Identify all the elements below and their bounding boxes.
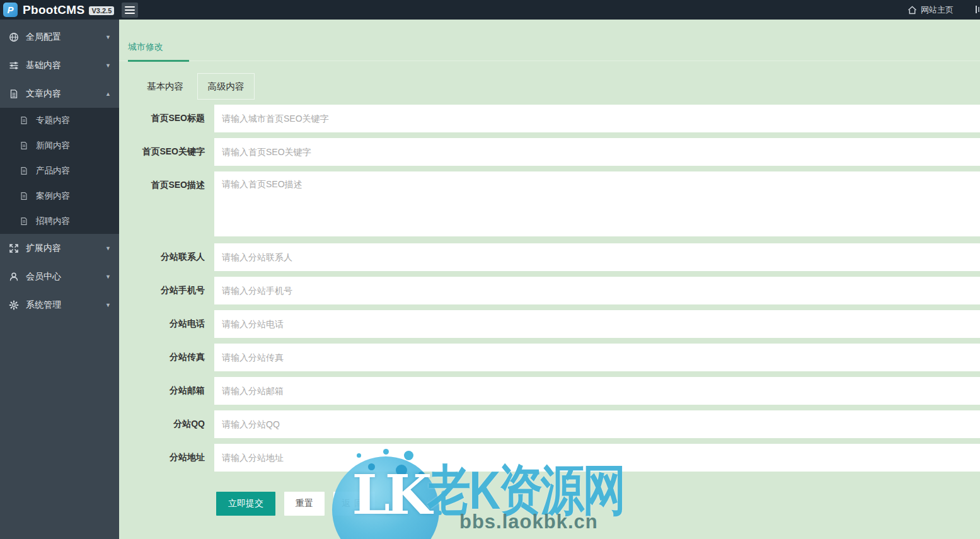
sidebar-item-label: 案例内容: [36, 190, 70, 202]
file-icon: [20, 116, 29, 125]
seo-keywords-input[interactable]: [214, 138, 980, 166]
active-tab-underline: [128, 60, 189, 62]
version-badge: V3.2.5: [89, 6, 114, 15]
field-label-seo-keywords: 首页SEO关键字: [119, 138, 214, 158]
field-label-address: 分站地址: [119, 444, 214, 463]
main-content: 城市修改 基本内容 高级内容 首页SEO标题 首页SEO关键字 首页SEO描述 …: [119, 20, 980, 539]
fax-input[interactable]: [214, 344, 980, 371]
seo-description-textarea[interactable]: [214, 171, 980, 236]
sidebar-item-label: 产品内容: [36, 165, 70, 177]
sidebar-item-case-content[interactable]: 案例内容: [0, 183, 119, 209]
sidebar-item-member-center[interactable]: 会员中心 ▼: [0, 262, 119, 291]
form-row: 分站电话: [119, 310, 980, 338]
home-link-label: 网站主页: [921, 4, 954, 16]
sidebar-item-basic-content[interactable]: 基础内容 ▼: [0, 51, 119, 79]
field-label-fax: 分站传真: [119, 344, 214, 363]
user-icon: [8, 271, 19, 282]
contact-person-input[interactable]: [214, 243, 980, 271]
sidebar-item-recruit-content[interactable]: 招聘内容: [0, 209, 119, 234]
field-label-phone: 分站电话: [119, 310, 214, 330]
form-row: 首页SEO标题: [119, 105, 980, 132]
form-row: 分站手机号: [119, 277, 980, 304]
sidebar-item-label: 新闻内容: [36, 140, 70, 151]
reset-button[interactable]: 重置: [284, 492, 325, 516]
sidebar-item-article-content[interactable]: 文章内容 ▲: [0, 79, 119, 108]
page-tab-bar: 城市修改: [119, 20, 980, 61]
file-icon: [8, 88, 19, 99]
form-row: 首页SEO描述: [119, 171, 980, 236]
pbootcms-admin-page: P PbootCMS V3.2.5 网站主页: [0, 0, 980, 539]
file-icon: [20, 166, 29, 176]
sidebar-item-label: 扩展内容: [26, 243, 61, 254]
sidebar-item-global-config[interactable]: 全局配置 ▼: [0, 23, 119, 51]
sidebar-item-label: 基础内容: [26, 60, 61, 71]
tab-city-edit[interactable]: 城市修改: [128, 42, 163, 53]
sidebar-item-news-content[interactable]: 新闻内容: [0, 133, 119, 158]
expand-icon: [8, 243, 19, 253]
brand: P PbootCMS V3.2.5: [0, 3, 119, 17]
submit-button[interactable]: 立即提交: [216, 492, 275, 516]
sidebar-item-label: 专题内容: [36, 115, 70, 126]
form-row: 分站联系人: [119, 243, 980, 271]
sidebar: 全局配置 ▼ 基础内容 ▼: [0, 20, 119, 539]
sidebar-item-label: 招聘内容: [36, 216, 70, 227]
hamburger-icon: [125, 6, 135, 8]
chevron-up-icon: ▲: [105, 91, 111, 97]
form-row: 分站邮箱: [119, 377, 980, 405]
qq-input[interactable]: [214, 410, 980, 438]
field-label-seo-description: 首页SEO描述: [119, 171, 214, 191]
sidebar-item-label: 系统管理: [26, 299, 61, 311]
article-submenu: 专题内容 新闻内容: [0, 108, 119, 234]
field-label-qq: 分站QQ: [119, 410, 214, 430]
sidebar-item-label: 全局配置: [26, 32, 61, 43]
chevron-down-icon: ▼: [105, 34, 111, 40]
field-label-contact-person: 分站联系人: [119, 243, 214, 263]
tab-advanced-content[interactable]: 高级内容: [197, 73, 255, 100]
content-tabs: 基本内容 高级内容: [147, 73, 980, 100]
chevron-down-icon: ▼: [105, 245, 111, 252]
file-icon: [20, 217, 29, 226]
gear-icon: [8, 299, 19, 310]
chevron-down-icon: ▼: [105, 274, 111, 280]
city-edit-form: 首页SEO标题 首页SEO关键字 首页SEO描述 分站联系人 分站手机号 分站电: [119, 105, 980, 516]
home-link[interactable]: 网站主页: [908, 0, 980, 20]
sidebar-item-product-content[interactable]: 产品内容: [0, 158, 119, 183]
chevron-down-icon: ▼: [105, 62, 111, 69]
sidebar-item-label: 文章内容: [26, 88, 61, 100]
sidebar-item-label: 会员中心: [26, 271, 61, 282]
form-buttons: 立即提交 重置 返回: [216, 492, 980, 516]
tab-basic-content[interactable]: 基本内容: [147, 73, 183, 100]
phone-input[interactable]: [214, 310, 980, 338]
field-label-mobile: 分站手机号: [119, 277, 214, 296]
form-row: 分站地址: [119, 444, 980, 472]
form-row: 首页SEO关键字: [119, 138, 980, 166]
field-label-seo-title: 首页SEO标题: [119, 105, 214, 124]
sidebar-item-extend-content[interactable]: 扩展内容 ▼: [0, 234, 119, 262]
topbar-cutoff-item: [975, 5, 980, 14]
pbootcms-logo-icon: P: [3, 3, 18, 17]
form-row: 分站QQ: [119, 410, 980, 438]
email-input[interactable]: [214, 377, 980, 405]
home-icon: [908, 6, 917, 14]
address-input[interactable]: [214, 444, 980, 472]
chevron-down-icon: ▼: [105, 302, 111, 308]
brand-name: PbootCMS: [23, 3, 84, 17]
form-row: 分站传真: [119, 344, 980, 371]
back-button[interactable]: 返回: [333, 492, 375, 516]
sidebar-toggle-button[interactable]: [122, 3, 138, 18]
sidebar-item-topic-content[interactable]: 专题内容: [0, 108, 119, 133]
file-icon: [20, 192, 29, 201]
globe-icon: [8, 32, 19, 42]
seo-title-input[interactable]: [214, 105, 980, 132]
topbar: P PbootCMS V3.2.5 网站主页: [0, 0, 980, 20]
sidebar-item-system-manage[interactable]: 系统管理 ▼: [0, 291, 119, 319]
file-icon: [20, 141, 29, 151]
sliders-icon: [8, 60, 19, 71]
field-label-email: 分站邮箱: [119, 377, 214, 397]
mobile-input[interactable]: [214, 277, 980, 304]
